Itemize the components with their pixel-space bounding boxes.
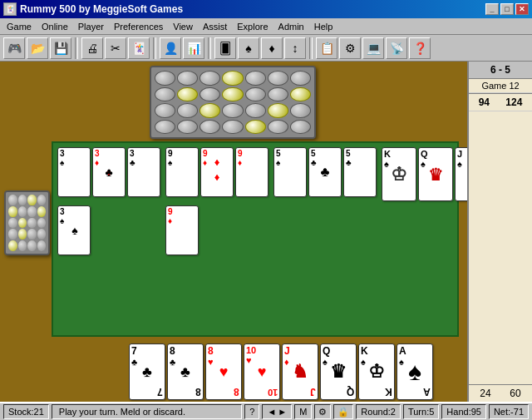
- toolbar-stats[interactable]: 📊: [183, 37, 204, 59]
- meld-card[interactable]: 3♣ ♣: [127, 147, 160, 197]
- minimize-button[interactable]: _: [485, 3, 499, 15]
- toolbar-sep1: [75, 37, 78, 59]
- stock-count: Stock:21: [3, 404, 49, 419]
- game-label: Game 12: [469, 79, 532, 93]
- menu-game[interactable]: Game: [2, 18, 37, 34]
- meld-card[interactable]: 9♠: [165, 147, 199, 197]
- meld-card[interactable]: 9♦: [165, 205, 199, 255]
- toolbar-b3[interactable]: 💻: [362, 37, 384, 59]
- player1-score: 94: [479, 96, 490, 108]
- meld-card[interactable]: 9♦ ♦ ♦: [235, 147, 268, 197]
- player-card-8c[interactable]: 8 ♣ ♣ 8: [167, 343, 204, 400]
- net-cell: Net:-71: [489, 404, 529, 419]
- message-cell: Play your turn. Meld or discard.: [52, 404, 242, 419]
- meld-card-j[interactable]: J♠ ♞: [455, 147, 467, 201]
- left-card-back: [4, 190, 50, 255]
- meld-group-2: 9♠ 9♦ ♦ ♦ 9♦ ♦ ♦: [165, 147, 268, 197]
- player-card-8h[interactable]: 8 ♥ ♥ 8: [205, 343, 242, 400]
- round-cell: Round:2: [356, 404, 401, 419]
- game-table: 2♦ 2♦ 2♥ 2♥ ♥ 3♠ ♠ 3♦ ♦ 3♣ ♣: [0, 62, 467, 402]
- score-bottom-row: 24 60: [469, 384, 532, 402]
- meld-card[interactable]: 5♣ ♣: [343, 147, 377, 197]
- toolbar-save[interactable]: 💾: [50, 37, 71, 59]
- toolbar-sep3: [208, 37, 211, 59]
- toolbar-cards[interactable]: 🂠: [214, 37, 236, 59]
- meld-group-4: K♠ ♔ Q♠ ♛ J♠ ♞ J♦ ♞: [382, 147, 467, 201]
- score-values-row: 94 124: [469, 94, 532, 111]
- toolbar-deal[interactable]: 🃏: [128, 37, 150, 59]
- left-arrow[interactable]: ◄: [267, 407, 276, 417]
- menu-explore[interactable]: Explore: [232, 18, 273, 34]
- player-card-7c[interactable]: 7 ♣ ♣ 7: [129, 343, 165, 400]
- settings-icon[interactable]: ⚙: [314, 404, 331, 419]
- opponent-hand-area: [145, 66, 320, 141]
- player-card-jd[interactable]: J ♦ ♞ J: [282, 343, 318, 400]
- player-card-10h[interactable]: 10 ♥ ♥ 10: [244, 343, 280, 400]
- meld-row2-2: 9♦: [165, 205, 199, 255]
- app-title: Rummy 500 by MeggieSoft Games: [20, 3, 183, 15]
- menu-online[interactable]: Online: [37, 18, 73, 34]
- help-cell[interactable]: ?: [244, 404, 259, 419]
- score-header-label: 6 - 5: [469, 62, 532, 79]
- menu-preferences[interactable]: Preferences: [109, 18, 168, 34]
- toolbar-b2[interactable]: ⚙: [339, 37, 361, 59]
- maximize-button[interactable]: □: [500, 3, 514, 15]
- meld-card-k[interactable]: K♠ ♔: [382, 147, 416, 201]
- player2-score: 124: [505, 96, 522, 108]
- toolbar-open[interactable]: 📂: [27, 37, 48, 59]
- toolbar-b1[interactable]: 📋: [316, 37, 337, 59]
- meld-card[interactable]: 3♠ ♠: [57, 147, 91, 197]
- player2-bottom-score: 60: [510, 388, 520, 399]
- close-button[interactable]: ✕: [515, 3, 529, 15]
- score-spacer: [469, 111, 532, 384]
- felt-area: 3♠ ♠ 3♦ ♦ 3♣ ♣ 9♠ 9♦ ♦: [52, 141, 459, 337]
- menu-help[interactable]: Help: [309, 18, 338, 34]
- toolbar-sep2: [153, 37, 156, 59]
- meld-card-q[interactable]: Q♠ ♛: [418, 147, 453, 201]
- player-card-qs[interactable]: Q ♠ ♛ Q: [320, 343, 357, 400]
- turn-cell: Turn:5: [403, 404, 439, 419]
- menu-admin[interactable]: Admin: [273, 18, 309, 34]
- meld-card[interactable]: 3♠ ♠: [57, 205, 91, 255]
- player-card-as[interactable]: A ♠ ♠ A: [397, 343, 433, 400]
- app-icon: 🃏: [3, 2, 17, 16]
- toolbar-player[interactable]: 👤: [160, 37, 181, 59]
- toolbar-cut[interactable]: ✂: [105, 37, 126, 59]
- menu-bar: Game Online Player Preferences View Assi…: [0, 18, 532, 35]
- title-bar: 🃏 Rummy 500 by MeggieSoft Games _ □ ✕: [0, 0, 532, 18]
- window-controls: _ □ ✕: [485, 3, 529, 15]
- meld-group-1: 3♠ ♠ 3♦ ♦ 3♣ ♣: [57, 147, 160, 197]
- toolbar-sort[interactable]: ↕: [284, 37, 306, 59]
- player-card-ks[interactable]: K ♠ ♔ K: [358, 343, 395, 400]
- toolbar-b4[interactable]: 📡: [386, 37, 407, 59]
- player1-bottom-score: 24: [480, 388, 490, 399]
- status-bar: Stock:21 Play your turn. Meld or discard…: [0, 402, 532, 420]
- toolbar: 🎮 📂 💾 🖨 ✂ 🃏 👤 📊 🂠 ♠ ♦ ↕ 📋 ⚙ 💻 📡 ❓: [0, 35, 532, 62]
- score-panel: 6 - 5 Game 12 94 124 24 60: [467, 62, 532, 402]
- nav-arrows[interactable]: ◄ ►: [262, 404, 292, 419]
- meld-card[interactable]: 5♠: [273, 147, 307, 197]
- menu-player[interactable]: Player: [73, 18, 109, 34]
- game-area: 2♦ 2♦ 2♥ 2♥ ♥ 3♠ ♠ 3♦ ♦ 3♣ ♣: [0, 62, 532, 402]
- lock-icon[interactable]: 🔒: [333, 404, 353, 419]
- toolbar-new[interactable]: 🎮: [3, 37, 25, 59]
- menu-assist[interactable]: Assist: [198, 18, 232, 34]
- toolbar-b5[interactable]: ❓: [409, 37, 431, 59]
- toolbar-meld[interactable]: ♠: [238, 37, 259, 59]
- menu-view[interactable]: View: [168, 18, 198, 34]
- opp-card-back-main: [150, 66, 316, 139]
- toolbar-discard[interactable]: ♦: [261, 37, 283, 59]
- meld-icon[interactable]: M: [294, 404, 312, 419]
- hand-cell: Hand:95: [441, 404, 486, 419]
- meld-row2-1: 3♠ ♠: [57, 205, 92, 255]
- right-arrow[interactable]: ►: [278, 407, 287, 417]
- meld-group-3: 5♠ 5♣ ♣ 5♣ ♣: [273, 147, 377, 197]
- player-hand: 7 ♣ ♣ 7 8 ♣ ♣ 8 8 ♥ ♥ 8 10 ♥: [129, 343, 433, 400]
- toolbar-print[interactable]: 🖨: [81, 37, 103, 59]
- toolbar-sep4: [309, 37, 313, 59]
